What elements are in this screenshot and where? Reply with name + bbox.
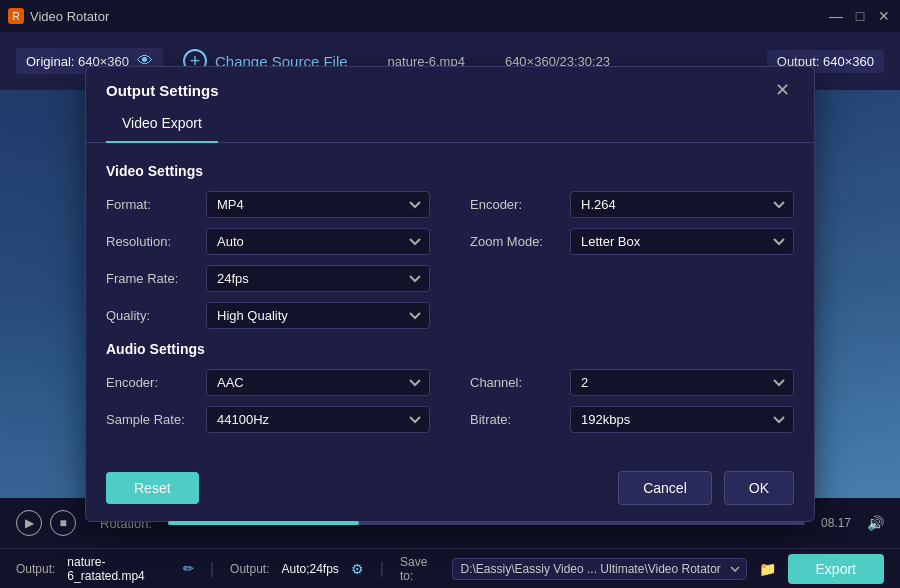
title-bar-controls: — □ ✕ <box>828 8 892 24</box>
video-settings-heading: Video Settings <box>106 163 794 179</box>
tab-video-export[interactable]: Video Export <box>106 109 218 143</box>
maximize-button[interactable]: □ <box>852 8 868 24</box>
zoom-mode-label: Zoom Mode: <box>470 234 560 249</box>
frame-rate-label: Frame Rate: <box>106 271 196 286</box>
dialog-footer-right: Cancel OK <box>618 471 794 505</box>
dialog-overlay: Output Settings ✕ Video Export Video Set… <box>0 90 900 498</box>
settings-icon[interactable]: ⚙ <box>351 561 364 577</box>
bitrate-label: Bitrate: <box>470 412 560 427</box>
stop-button[interactable]: ■ <box>50 510 76 536</box>
close-window-button[interactable]: ✕ <box>876 8 892 24</box>
encoder-row: Encoder: H.264 H.265 <box>470 191 794 218</box>
title-bar: R Video Rotator — □ ✕ <box>0 0 900 32</box>
frame-rate-row: Frame Rate: 24fps 30fps 60fps <box>106 265 430 292</box>
main-area: Output Settings ✕ Video Export Video Set… <box>0 90 900 498</box>
timeline-progress <box>168 521 359 525</box>
app-icon: R <box>8 8 24 24</box>
format-label: Format: <box>106 197 196 212</box>
dialog-footer: Reset Cancel OK <box>86 461 814 521</box>
dialog-close-button[interactable]: ✕ <box>771 79 794 101</box>
timeline[interactable] <box>168 521 805 525</box>
quality-row: Quality: High Quality Medium Quality Low… <box>106 302 430 329</box>
resolution-label: Resolution: <box>106 234 196 249</box>
resolution-select[interactable]: Auto 1920×1080 1280×720 <box>206 228 430 255</box>
channel-label: Channel: <box>470 375 560 390</box>
dialog-tabs: Video Export <box>86 101 814 143</box>
play-button[interactable]: ▶ <box>16 510 42 536</box>
save-to-label: Save to: <box>400 555 440 583</box>
video-settings-grid: Format: MP4 AVI MOV Encoder: H.264 H.265 <box>106 191 794 329</box>
quality-label: Quality: <box>106 308 196 323</box>
app-title: Video Rotator <box>30 9 109 24</box>
bitrate-row: Bitrate: 192kbps 128kbps 256kbps <box>470 406 794 433</box>
dialog-title: Output Settings <box>106 82 219 99</box>
output-file-label: Output: <box>16 562 55 576</box>
footer-bar: Output: nature-6_ratated.mp4 ✏ | Output:… <box>0 548 900 588</box>
playback-controls: ▶ ■ <box>16 510 76 536</box>
dialog-header: Output Settings ✕ <box>86 67 814 101</box>
audio-encoder-label: Encoder: <box>106 375 196 390</box>
volume-icon[interactable]: 🔊 <box>867 515 884 531</box>
sample-rate-label: Sample Rate: <box>106 412 196 427</box>
encoder-select[interactable]: H.264 H.265 <box>570 191 794 218</box>
audio-settings-grid: Encoder: AAC MP3 Channel: 2 1 6 <box>106 369 794 433</box>
title-bar-left: R Video Rotator <box>8 8 109 24</box>
minimize-button[interactable]: — <box>828 8 844 24</box>
encoder-label: Encoder: <box>470 197 560 212</box>
output-settings-value: Auto;24fps <box>281 562 338 576</box>
zoom-mode-select[interactable]: Letter Box Pan & Scan <box>570 228 794 255</box>
dialog-body: Video Settings Format: MP4 AVI MOV Encod… <box>86 143 814 461</box>
ok-button[interactable]: OK <box>724 471 794 505</box>
output-filename: nature-6_ratated.mp4 <box>67 555 171 583</box>
quality-select[interactable]: High Quality Medium Quality Low Quality <box>206 302 430 329</box>
frame-rate-select[interactable]: 24fps 30fps 60fps <box>206 265 430 292</box>
bitrate-select[interactable]: 192kbps 128kbps 256kbps <box>570 406 794 433</box>
save-path-select[interactable]: D:\Eassiy\Eassiy Video ... Ultimate\Vide… <box>452 558 747 580</box>
audio-encoder-row: Encoder: AAC MP3 <box>106 369 430 396</box>
folder-icon[interactable]: 📁 <box>759 561 776 577</box>
edit-filename-icon[interactable]: ✏ <box>183 561 194 576</box>
format-select[interactable]: MP4 AVI MOV <box>206 191 430 218</box>
format-row: Format: MP4 AVI MOV <box>106 191 430 218</box>
output-settings-dialog: Output Settings ✕ Video Export Video Set… <box>85 66 815 522</box>
audio-encoder-select[interactable]: AAC MP3 <box>206 369 430 396</box>
channel-row: Channel: 2 1 6 <box>470 369 794 396</box>
time-display: 08.17 <box>821 516 851 530</box>
resolution-row: Resolution: Auto 1920×1080 1280×720 <box>106 228 430 255</box>
cancel-button[interactable]: Cancel <box>618 471 712 505</box>
zoom-mode-row: Zoom Mode: Letter Box Pan & Scan <box>470 228 794 255</box>
sample-rate-row: Sample Rate: 44100Hz 48000Hz <box>106 406 430 433</box>
audio-settings-heading: Audio Settings <box>106 341 794 357</box>
sample-rate-select[interactable]: 44100Hz 48000Hz <box>206 406 430 433</box>
channel-select[interactable]: 2 1 6 <box>570 369 794 396</box>
reset-button[interactable]: Reset <box>106 472 199 504</box>
export-button[interactable]: Export <box>788 554 884 584</box>
output-settings-label: Output: <box>230 562 269 576</box>
